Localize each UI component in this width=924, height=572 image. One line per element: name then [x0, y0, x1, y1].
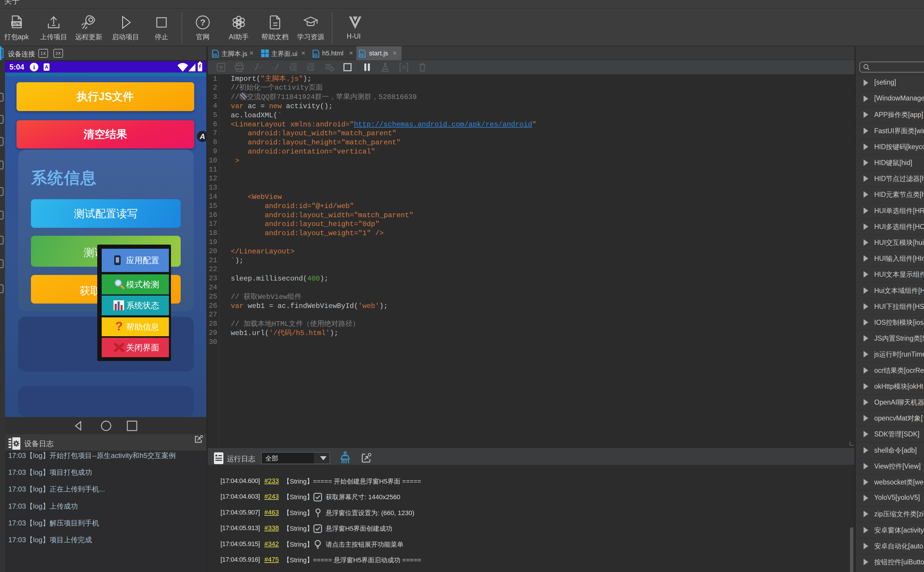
svg-text:X: X [402, 64, 406, 70]
svg-text:?: ? [200, 17, 205, 27]
svg-text:JS: JS [359, 53, 364, 57]
svg-text:JS: JS [313, 53, 318, 57]
svg-text:JS: JS [213, 53, 217, 57]
svg-text:*: * [272, 66, 274, 72]
svg-text:APK: APK [12, 22, 21, 26]
svg-text:*: * [259, 66, 261, 72]
